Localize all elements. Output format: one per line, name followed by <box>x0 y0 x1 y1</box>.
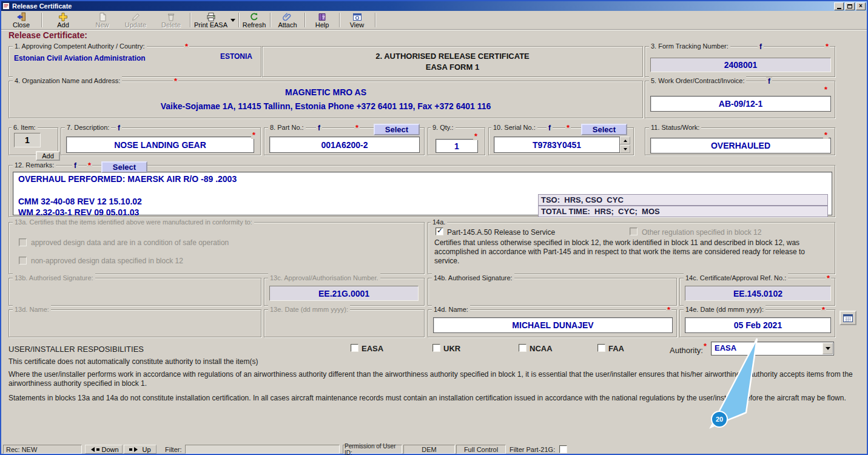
required-marker: * <box>821 306 826 314</box>
block8-part-no: 8. Part No.: f * Select 001A6200-2 <box>264 127 425 155</box>
block1-approving-authority: 1. Approving Competent Authority / Count… <box>8 46 261 77</box>
remarks-select-button[interactable]: Select <box>101 161 147 173</box>
click-annotation: 20 <box>698 332 776 436</box>
faa-checkbox[interactable] <box>597 344 605 352</box>
block12-legend: 12. Remarks: <box>13 161 56 170</box>
date-input[interactable]: 05 Feb 2021 <box>685 317 831 333</box>
part-no-select-button[interactable]: Select <box>374 124 420 135</box>
required-marker: * <box>251 132 257 139</box>
chevron-down-icon <box>826 347 830 350</box>
tso-field: TSO: HRS, CSO CYC <box>538 194 828 206</box>
remarks-line3: WM 2.32-03-1 REV 09 05.01.03 <box>18 207 139 217</box>
required-marker: * <box>173 78 178 85</box>
toolbar-refresh-button[interactable]: Refresh <box>240 12 268 29</box>
arrow-right-tail <box>129 448 132 451</box>
toolbar-print-easa-button[interactable]: Print EASA <box>193 12 229 29</box>
permission-label-panel: Permission of User ID: <box>343 445 402 454</box>
block4-legend: 4. Organization Name and Address: <box>13 76 122 86</box>
easa-checkbox[interactable] <box>351 344 358 352</box>
toolbar-view-button[interactable]: View <box>341 12 373 29</box>
block10-legend: 10. Serial No.: <box>491 123 537 132</box>
block13d-name: 13d. Name: <box>8 309 261 337</box>
print-dropdown-button[interactable] <box>229 12 237 29</box>
easa-label: EASA <box>362 344 383 353</box>
exit-door-icon <box>16 12 26 22</box>
block13b-legend: 13b. Authorised Signature: <box>13 274 95 283</box>
approval-number-field: EE.21G.0001 <box>269 286 419 301</box>
block13c-approval-number: 13c. Approval/Authorisation Number. EE.2… <box>264 278 425 306</box>
status-work-input[interactable]: OVERHAULED <box>650 138 831 153</box>
toolbar-separator <box>339 13 340 27</box>
block13d-legend: 13d. Name: <box>13 305 51 314</box>
block8-legend: 8. Part No.: <box>268 123 306 132</box>
non-approved-design-label: non-approved design data specified in bl… <box>31 257 183 265</box>
block14b-signature: 14b. Authorised Signature: <box>428 278 677 306</box>
organization-name: MAGNETIC MRO AS <box>9 87 642 97</box>
add-item-button[interactable]: Add <box>36 151 60 161</box>
chevron-down-icon <box>230 19 235 22</box>
block14a-legend: 14a. <box>431 218 447 227</box>
access-level-panel: Full Control <box>456 445 506 454</box>
block11-status-work: 11. Status/Work: * OVERHAULED <box>645 127 835 155</box>
ncaa-checkbox[interactable] <box>519 344 527 352</box>
block14c-certificate-ref: 14c. Certificate/Approval Ref. No.: * EE… <box>679 278 835 306</box>
work-order-input[interactable]: AB-09/12-1 <box>650 96 831 112</box>
other-regulation-checkbox <box>630 228 638 235</box>
serial-spinner <box>620 136 630 153</box>
minimize-button[interactable] <box>834 2 844 10</box>
update-pencil-icon <box>131 12 141 22</box>
record-down-button[interactable]: Down <box>85 445 123 454</box>
block11-legend: 11. Status/Work: <box>649 123 701 132</box>
delete-trash-icon <box>166 12 176 22</box>
new-document-icon <box>98 12 107 22</box>
record-up-button[interactable]: Up <box>124 445 156 454</box>
toolbar-attach-button[interactable]: Attach <box>272 12 303 29</box>
required-marker: * <box>823 86 829 93</box>
block14c-legend: 14c. Certificate/Approval Ref. No.: <box>684 274 788 283</box>
restore-button[interactable] <box>845 2 855 10</box>
part145-release-checkbox[interactable]: ✓ <box>436 228 443 235</box>
filter-marker: f <box>758 42 764 51</box>
responsibilities-title: USER/INSTALLER RESPOSIBILITIES <box>8 345 144 354</box>
spinner-down-button[interactable] <box>620 145 630 153</box>
faa-label: FAA <box>608 344 624 353</box>
window-title: Release Certificate <box>12 2 72 10</box>
filter-part21g-checkbox[interactable] <box>559 445 567 453</box>
block14b-legend: 14b. Authorised Signature: <box>432 274 514 283</box>
calendar-button[interactable] <box>839 311 856 325</box>
check-icon: ✓ <box>437 226 443 235</box>
certificate-ref-field: EE.145.0102 <box>685 286 831 301</box>
authority-dropdown-button[interactable] <box>823 343 833 354</box>
serial-no-select-button[interactable]: Select <box>581 124 627 135</box>
block7-description: 7. Description: f * NOSE LANDING GEAR <box>61 127 261 155</box>
help-book-icon: ? <box>317 12 327 22</box>
description-input[interactable]: NOSE LANDING GEAR <box>66 136 254 153</box>
arrow-left-icon <box>89 447 95 452</box>
filter-marker: f <box>766 77 772 86</box>
filter-input[interactable] <box>185 445 340 454</box>
toolbar-delete-button: Delete <box>154 12 188 29</box>
toolbar-close-button[interactable]: Close <box>4 12 39 29</box>
spinner-up-button[interactable] <box>620 136 630 144</box>
toolbar-add-button[interactable]: Add <box>46 12 80 29</box>
qty-input[interactable]: 1 <box>436 139 478 153</box>
arrow-up-icon <box>624 140 627 142</box>
block13a-conformity: 13a. Certifies that the items identified… <box>8 222 425 274</box>
block13a-legend: 13a. Certifies that the items identified… <box>13 218 254 227</box>
toolbar-separator <box>238 13 240 27</box>
ukr-checkbox[interactable] <box>432 344 440 352</box>
toolbar-help-button[interactable]: ? Help <box>307 12 337 29</box>
annotation-badge: 20 <box>716 416 723 423</box>
required-marker: * <box>184 43 189 50</box>
close-window-button[interactable]: × <box>856 2 866 10</box>
block1-legend: 1. Approving Competent Authority / Count… <box>13 42 147 51</box>
required-marker: * <box>87 162 92 169</box>
remarks-textarea[interactable]: OVERHAUL PERFORMED: MAERSK AIR R/O -89 .… <box>13 172 832 215</box>
calendar-icon <box>843 314 853 322</box>
toolbar-update-button: Update <box>119 12 152 29</box>
serial-no-input[interactable]: T9783Y0451 <box>494 136 620 153</box>
page-title: Release Certificate: <box>8 30 87 40</box>
remarks-line2: CMM 32-40-08 REV 12 15.10.02 <box>18 197 142 206</box>
part-no-input[interactable]: 001A6200-2 <box>269 136 420 153</box>
name-input[interactable]: MICHAEL DUNAJEV <box>433 317 673 333</box>
